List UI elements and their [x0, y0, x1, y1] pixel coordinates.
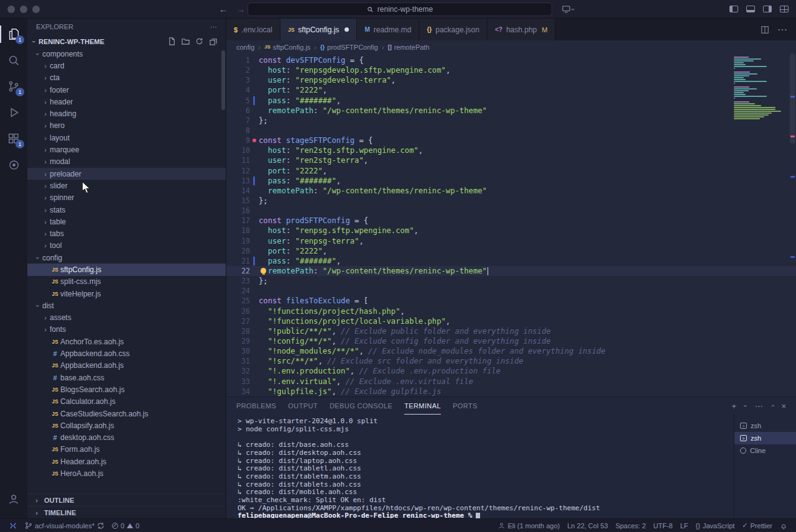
- tree-item-desktop-aoh-css[interactable]: ›#desktop.aoh.css: [27, 432, 226, 444]
- tab-package-json[interactable]: {}package.json: [419, 19, 488, 40]
- code-line[interactable]: 19 user: "renpsg-terra",: [226, 236, 796, 246]
- minimap[interactable]: [734, 57, 786, 120]
- problems-status[interactable]: 0 0: [108, 519, 143, 532]
- code-line[interactable]: 21 pass: "#######",: [226, 256, 796, 266]
- tree-item-vitehelper-js[interactable]: ›JSviteHelper.js: [27, 288, 226, 300]
- terminal-instance-cline[interactable]: Cline: [734, 444, 796, 457]
- code-line[interactable]: 22 remotePath: "/wp-content/themes/renin…: [226, 266, 796, 276]
- tree-item-preloader[interactable]: ›preloader: [27, 168, 226, 180]
- tree-item-stats[interactable]: ›stats: [27, 204, 226, 216]
- tree-item-tool[interactable]: ›tool: [27, 240, 226, 252]
- code-line[interactable]: 15};: [226, 196, 796, 206]
- lightbulb-icon[interactable]: [261, 268, 266, 273]
- screencast-control[interactable]: ›: [562, 4, 575, 14]
- code-line[interactable]: 26 "!functions/project/hash.php",: [226, 306, 796, 316]
- panel-tab-terminal[interactable]: TERMINAL: [404, 397, 441, 415]
- code-line[interactable]: 24: [226, 286, 796, 296]
- tree-item-config[interactable]: ›config: [27, 252, 226, 264]
- code-line[interactable]: 28 "!public/**/*", // Exclude public fol…: [226, 326, 796, 336]
- code-line[interactable]: 27 "!functions/project/local-variable.ph…: [226, 316, 796, 326]
- code-line[interactable]: 18 host: "renpsg.sftp.wpengine.com",: [226, 226, 796, 236]
- collapse-all-icon[interactable]: [209, 37, 217, 45]
- minimize-window-button[interactable]: [20, 6, 27, 13]
- tab-env-local[interactable]: $.env.local: [226, 19, 280, 40]
- code-line[interactable]: 10 host: "ren2stg.sftp.wpengine.com",: [226, 145, 796, 155]
- maximize-panel-icon[interactable]: ›: [769, 405, 776, 407]
- tree-item-heroa-aoh-js[interactable]: ›JSHeroA.aoh.js: [27, 467, 226, 479]
- terminal-instance-zsh[interactable]: >zsh: [734, 432, 796, 444]
- split-editor-icon[interactable]: [761, 25, 769, 34]
- tree-item-cta[interactable]: ›cta: [27, 72, 226, 84]
- code-line[interactable]: 16: [226, 206, 796, 216]
- breadcrumb-item-prodsftpconfig[interactable]: {}prodSFTPConfig: [320, 44, 378, 51]
- code-line[interactable]: 17const prodSFTPConfig = {: [226, 216, 796, 226]
- tree-item-slider[interactable]: ›slider: [27, 180, 226, 191]
- remote-indicator[interactable]: [5, 519, 21, 532]
- tree-item-anchorto-es-aoh-js[interactable]: ›JSAnchorTo.es.aoh.js: [27, 336, 226, 347]
- tab-readme-md[interactable]: Mreadme.md: [357, 19, 419, 40]
- tree-item-table[interactable]: ›table: [27, 216, 226, 227]
- activity-explorer[interactable]: 1: [0, 21, 27, 47]
- code-line[interactable]: 23};: [226, 276, 796, 286]
- notifications-button[interactable]: [776, 522, 791, 530]
- code-line[interactable]: 31 "!src/**/*", // Exclude src folder an…: [226, 356, 796, 366]
- terminal-output[interactable]: > wp-vite-starter-2024@1.0.0 split> node…: [226, 415, 734, 518]
- code-line[interactable]: 8: [226, 126, 796, 135]
- code-line[interactable]: 2 host: "renpsgdevelop.sftp.wpengine.com…: [226, 65, 796, 75]
- code-line[interactable]: 20 port: "2222",: [226, 246, 796, 256]
- code-line[interactable]: 9const stageSFTPConfig = {: [226, 135, 796, 145]
- tree-item-appbackend-aoh-css[interactable]: ›#Appbackend.aoh.css: [27, 347, 226, 359]
- language-mode-status[interactable]: {} JavaScript: [692, 522, 739, 530]
- maximize-window-button[interactable]: [32, 6, 40, 13]
- tree-item-modal[interactable]: ›modal: [27, 156, 226, 168]
- terminal-dropdown-icon[interactable]: ›: [742, 405, 749, 407]
- tree-item-marquee[interactable]: ›marquee: [27, 144, 226, 155]
- tree-item-header[interactable]: ›header: [27, 96, 226, 108]
- code-line[interactable]: 34 "!gulpfile.js", // Exclude gulpfile.j…: [226, 387, 796, 397]
- code-line[interactable]: 29 "!config/**/*", // Exclude config fol…: [226, 336, 796, 346]
- breadcrumb-item-remotepath[interactable]: []remotePath: [388, 44, 430, 51]
- code-line[interactable]: 1const devSFTPConfig = {: [226, 55, 796, 65]
- encoding-status[interactable]: UTF-8: [650, 522, 677, 530]
- tree-item-fonts[interactable]: ›fonts: [27, 324, 226, 336]
- activity-run-debug[interactable]: [0, 99, 27, 126]
- tree-item-appbackend-aoh-js[interactable]: ›JSAppbackend.aoh.js: [27, 360, 226, 372]
- toggle-primary-sidebar-icon[interactable]: [729, 6, 738, 12]
- toggle-secondary-sidebar-icon[interactable]: [763, 6, 772, 12]
- close-panel-icon[interactable]: ×: [781, 401, 786, 411]
- formatter-status[interactable]: ✓ Prettier: [738, 521, 776, 530]
- tree-item-split-css-mjs[interactable]: ›JSsplit-css.mjs: [27, 276, 226, 288]
- back-icon[interactable]: ←: [219, 4, 228, 14]
- sidebar-scrollbar[interactable]: [221, 50, 225, 110]
- code-line[interactable]: 7};: [226, 116, 796, 126]
- tree-item-footer[interactable]: ›footer: [27, 84, 226, 96]
- tree-item-tabs[interactable]: ›tabs: [27, 227, 226, 239]
- tree-item-dist[interactable]: ›dist: [27, 300, 226, 311]
- breadcrumb-item-config[interactable]: config: [236, 44, 254, 51]
- tree-item-spinner[interactable]: ›spinner: [27, 192, 226, 204]
- workspace-section-header[interactable]: › RENINC-WP-THEME: [27, 35, 226, 48]
- breadcrumb-item-sftpconfig-js[interactable]: JSsftpConfig.js: [264, 44, 310, 51]
- new-terminal-icon[interactable]: +: [731, 401, 736, 411]
- tab-hash-php[interactable]: <?hash.phpM: [488, 19, 556, 40]
- window-controls[interactable]: [7, 6, 40, 13]
- code-editor[interactable]: 1const devSFTPConfig = {2 host: "renpsgd…: [226, 53, 796, 397]
- tree-item-card[interactable]: ›card: [27, 60, 226, 71]
- tree-item-layout[interactable]: ›layout: [27, 132, 226, 144]
- git-branch-status[interactable]: acf-visual-modules*: [21, 519, 108, 532]
- code-line[interactable]: 32 "!.env.production", // Exclude .env.p…: [226, 366, 796, 376]
- panel-tab-debug-console[interactable]: DEBUG CONSOLE: [330, 397, 392, 415]
- code-line[interactable]: 6 remotePath: "/wp-content/themes/reninc…: [226, 106, 796, 116]
- code-line[interactable]: 12 port: "2222",: [226, 166, 796, 176]
- tree-item-assets[interactable]: ›assets: [27, 312, 226, 324]
- new-file-icon[interactable]: [168, 37, 176, 45]
- tree-item-blogssearch-aoh-js[interactable]: ›JSBlogsSearch.aoh.js: [27, 383, 226, 395]
- refresh-icon[interactable]: [195, 37, 203, 45]
- timeline-section[interactable]: › TIMELINE: [27, 506, 226, 518]
- tree-item-base-aoh-css[interactable]: ›#base.aoh.css: [27, 372, 226, 383]
- activity-source-control[interactable]: 1: [0, 73, 27, 99]
- code-line[interactable]: 11 user: "ren2stg-terra",: [226, 155, 796, 165]
- tree-item-header-aoh-js[interactable]: ›JSHeader.aoh.js: [27, 456, 226, 467]
- customize-layout-icon[interactable]: [780, 6, 789, 12]
- forward-icon[interactable]: →: [236, 4, 245, 14]
